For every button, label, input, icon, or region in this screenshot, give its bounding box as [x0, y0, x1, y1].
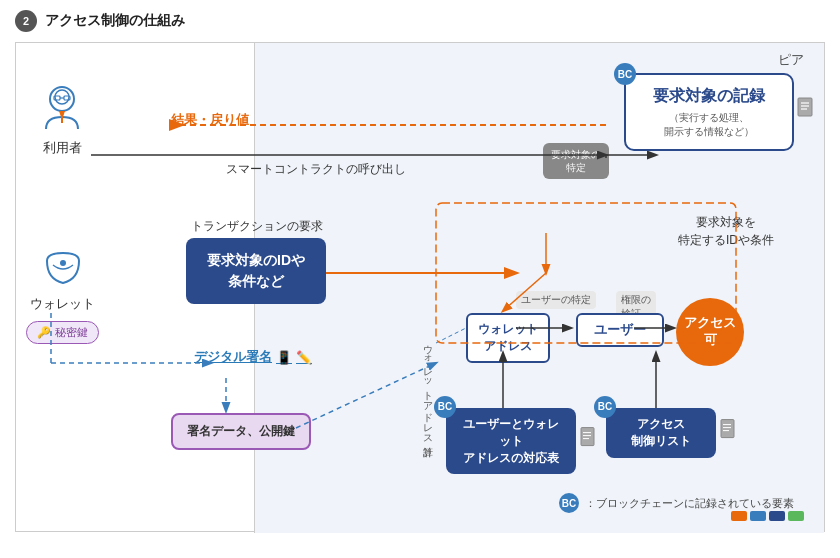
- wallet-calc-label: ウォレットアドレス計算: [421, 338, 434, 439]
- sc-call-label: スマートコントラクトの呼び出し: [226, 161, 406, 178]
- svg-point-7: [60, 260, 66, 266]
- user-icon: [36, 83, 88, 135]
- user-label: 利用者: [43, 139, 82, 157]
- figure-label: 2 アクセス制御の仕組み: [15, 10, 825, 32]
- secret-key-badge: 🔑 秘密鍵: [26, 321, 99, 344]
- svg-rect-12: [581, 428, 594, 446]
- condition-box: 要求対象を特定するIDや条件: [678, 213, 774, 249]
- bc-badge-acl: BC: [594, 396, 616, 418]
- digital-sig-label: デジタル署名 📱 ✏️: [194, 348, 312, 366]
- bc-legend-badge: BC: [559, 493, 579, 513]
- bc-badge-wallet: BC: [434, 396, 456, 418]
- access-control-box: BC アクセス制御リスト: [606, 408, 716, 458]
- transaction-box: 要求対象のIDや条件など: [186, 238, 326, 304]
- peer-label: ピア: [778, 51, 804, 69]
- svg-rect-16: [721, 419, 734, 437]
- diagram-area: ピア 利用者: [15, 42, 825, 532]
- document-icon-record: [796, 96, 816, 124]
- sig-data-box: 署名データ、公開鍵: [171, 413, 311, 450]
- sc-record-title: 要求対象の記録: [640, 85, 778, 107]
- svg-rect-8: [798, 98, 812, 116]
- figure-number: 2: [15, 10, 37, 32]
- sc-record-box: BC 要求対象の記録 （実行する処理、開示する情報など）: [624, 73, 794, 151]
- logo-area: [731, 511, 804, 521]
- svg-point-1: [55, 90, 69, 104]
- wallet-section: ウォレット 🔑 秘密鍵: [26, 243, 99, 344]
- wallet-address-box: ウォレットアドレス: [466, 313, 550, 363]
- bc-legend-text: ：ブロックチェーンに記録されている要素: [585, 496, 794, 511]
- wallet-label: ウォレット: [30, 295, 95, 313]
- bc-legend: BC ：ブロックチェーンに記録されている要素: [559, 493, 794, 513]
- logo-block-2: [750, 511, 766, 521]
- sc-record-sub: （実行する処理、開示する情報など）: [640, 111, 778, 139]
- page-container: 2 アクセス制御の仕組み ピア 利用者: [0, 0, 840, 558]
- key-icon: 🔑: [37, 326, 51, 339]
- document-icon-wallet: [580, 427, 598, 451]
- logo-block-4: [788, 511, 804, 521]
- wallet-icon: [39, 243, 87, 291]
- access-ok-line2: 可: [704, 332, 717, 349]
- user-identify-label: ユーザーの特定: [516, 291, 596, 309]
- user-wallet-box: BC ユーザーとウォレットアドレスの対応表: [446, 408, 576, 474]
- secret-key-label: 秘密鍵: [55, 325, 88, 340]
- logo-block-3: [769, 511, 785, 521]
- phone-icon: 📱: [276, 350, 292, 365]
- transaction-header: トランザクションの要求: [191, 218, 323, 235]
- figure-title: アクセス制御の仕組み: [45, 12, 185, 30]
- bc-badge-record: BC: [614, 63, 636, 85]
- pen-icon: ✏️: [296, 350, 312, 365]
- logo-block-1: [731, 511, 747, 521]
- identify-box: 要求対象の特定: [543, 143, 609, 179]
- user-section: 利用者: [36, 83, 88, 157]
- digital-sig-text: デジタル署名: [194, 348, 272, 366]
- access-ok-line1: アクセス: [684, 315, 736, 332]
- user-box: ユーザー: [576, 313, 664, 347]
- document-icon-acl: [720, 418, 738, 442]
- access-ok-circle: アクセス 可: [676, 298, 744, 366]
- result-arrow-label: 結果・戻り値: [171, 111, 249, 129]
